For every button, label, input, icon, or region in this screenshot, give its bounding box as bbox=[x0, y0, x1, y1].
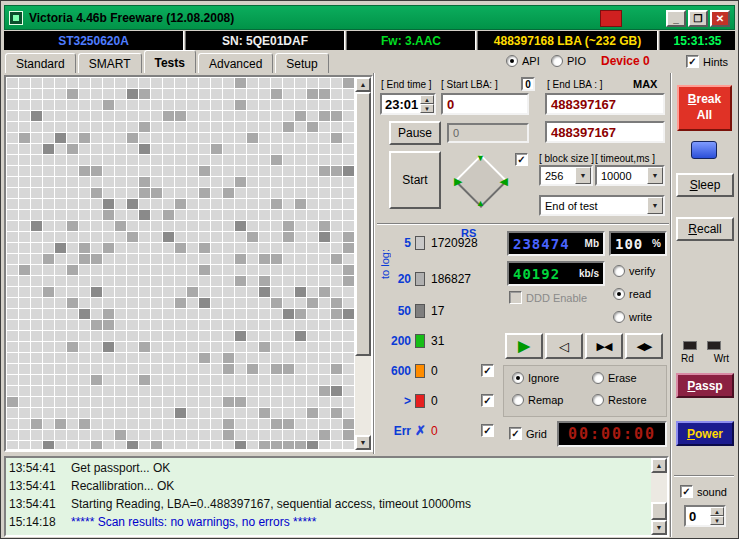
tab-tests[interactable]: Tests bbox=[144, 50, 196, 73]
spin-up-icon[interactable]: ▲ bbox=[420, 95, 434, 104]
scan-block bbox=[127, 309, 138, 319]
end-lba-input[interactable]: 488397167 bbox=[545, 93, 665, 115]
scroll-thumb[interactable] bbox=[355, 92, 371, 356]
scan-block bbox=[235, 419, 246, 429]
scroll-down-button[interactable]: ▼ bbox=[355, 435, 371, 450]
restore-radio[interactable] bbox=[592, 394, 604, 406]
end-of-test-select[interactable]: End of test ▼ bbox=[539, 195, 665, 216]
jog-left-arrow-icon[interactable]: ▶ bbox=[454, 176, 462, 187]
scroll-up-button[interactable]: ▲ bbox=[651, 458, 667, 473]
rewind-button[interactable]: ◁ bbox=[545, 333, 583, 359]
dropdown-arrow-icon[interactable]: ▼ bbox=[647, 167, 663, 184]
remap-option[interactable]: Remap bbox=[512, 394, 563, 406]
jog-control[interactable]: ▶ ◀ ▼ ▲ bbox=[449, 149, 513, 213]
end-time-value[interactable]: 23:01 bbox=[382, 95, 420, 113]
tab-standard[interactable]: Standard bbox=[5, 53, 76, 73]
write-option[interactable]: write bbox=[613, 311, 652, 323]
minimize-button[interactable]: _ bbox=[666, 10, 686, 27]
start-button[interactable]: Start bbox=[389, 151, 441, 209]
api-radio[interactable] bbox=[506, 55, 518, 67]
ignore-radio[interactable] bbox=[512, 372, 524, 384]
jog-down-arrow-icon[interactable]: ▲ bbox=[476, 199, 485, 208]
scan-block bbox=[103, 243, 114, 253]
break-all-button[interactable]: Break All bbox=[677, 85, 732, 131]
start-lba-input[interactable]: 0 bbox=[441, 93, 529, 115]
power-button[interactable]: Power bbox=[676, 421, 734, 446]
title-bar[interactable]: Victoria 4.46b Freeware (12.08.2008) _ ❐… bbox=[4, 5, 735, 30]
play-button[interactable]: ▶ bbox=[505, 333, 543, 359]
rw-led-indicators bbox=[683, 341, 721, 350]
scroll-track[interactable] bbox=[651, 473, 667, 520]
sound-level-value[interactable]: 0 bbox=[686, 507, 710, 525]
scan-block bbox=[7, 386, 18, 396]
sound-option[interactable]: sound bbox=[680, 485, 727, 498]
end-of-test-value: End of test bbox=[541, 200, 647, 212]
pause-button[interactable]: Pause bbox=[389, 121, 441, 145]
log-scrollbar[interactable]: ▲ ▼ bbox=[651, 458, 667, 535]
api-mode-option[interactable]: API bbox=[506, 55, 540, 67]
scan-block bbox=[139, 331, 150, 341]
block-size-select[interactable]: 256 ▼ bbox=[539, 165, 593, 186]
end-time-spinner[interactable]: 23:01 ▲ ▼ bbox=[380, 93, 436, 115]
scan-block bbox=[331, 155, 342, 165]
scan-block bbox=[223, 353, 234, 363]
ignore-option[interactable]: Ignore bbox=[512, 372, 559, 384]
erase-option[interactable]: Erase bbox=[592, 372, 637, 384]
jog-up-arrow-icon[interactable]: ▼ bbox=[476, 154, 485, 163]
scan-block bbox=[7, 364, 18, 374]
timeout-select[interactable]: 10000 ▼ bbox=[595, 165, 665, 186]
scroll-track[interactable] bbox=[355, 92, 371, 435]
passport-button[interactable]: Passp bbox=[676, 373, 734, 398]
scroll-down-button[interactable]: ▼ bbox=[651, 520, 667, 535]
read-radio[interactable] bbox=[613, 288, 625, 300]
ddd-enable-checkbox[interactable] bbox=[509, 291, 522, 304]
grid-option[interactable]: Grid bbox=[509, 427, 547, 440]
scan-block bbox=[259, 133, 270, 143]
sound-checkbox[interactable] bbox=[680, 485, 693, 498]
spin-down-icon[interactable]: ▼ bbox=[710, 516, 724, 525]
scan-block bbox=[247, 375, 258, 385]
dropdown-arrow-icon[interactable]: ▼ bbox=[647, 197, 663, 214]
close-button[interactable]: ✕ bbox=[710, 10, 730, 27]
maximize-button[interactable]: ❐ bbox=[688, 10, 708, 27]
scan-block bbox=[283, 364, 294, 374]
jog-right-arrow-icon[interactable]: ◀ bbox=[500, 176, 508, 187]
scan-block bbox=[163, 254, 174, 264]
scan-block bbox=[223, 386, 234, 396]
tab-advanced[interactable]: Advanced bbox=[198, 53, 273, 73]
sound-level-spinner[interactable]: 0 ▲ ▼ bbox=[684, 505, 726, 527]
seek-forward-button[interactable]: ▶◀ bbox=[585, 333, 623, 359]
hints-checkbox[interactable] bbox=[686, 55, 699, 68]
seek-back-button[interactable]: ◀▶ bbox=[625, 333, 663, 359]
write-radio[interactable] bbox=[613, 311, 625, 323]
grid-checkbox[interactable] bbox=[509, 427, 522, 440]
scan-scrollbar[interactable]: ▲ ▼ bbox=[355, 77, 371, 450]
spin-down-icon[interactable]: ▼ bbox=[420, 104, 434, 113]
read-option[interactable]: read bbox=[613, 288, 651, 300]
scroll-thumb[interactable] bbox=[651, 502, 667, 520]
verify-option[interactable]: verify bbox=[613, 265, 655, 277]
max-lba-tag[interactable]: MAX bbox=[633, 78, 657, 90]
pio-mode-option[interactable]: PIO bbox=[551, 55, 586, 67]
ddd-enable-option[interactable]: DDD Enable bbox=[509, 291, 587, 304]
current-lba-field[interactable]: 488397167 bbox=[545, 121, 665, 143]
pio-radio[interactable] bbox=[551, 55, 563, 67]
scroll-up-button[interactable]: ▲ bbox=[355, 77, 371, 92]
sleep-button[interactable]: Sleep bbox=[676, 173, 734, 197]
hints-option[interactable]: Hints bbox=[686, 55, 728, 68]
scan-block bbox=[151, 166, 162, 176]
dropdown-arrow-icon[interactable]: ▼ bbox=[575, 167, 591, 184]
tab-smart[interactable]: SMART bbox=[78, 53, 142, 73]
recall-button[interactable]: Recall bbox=[676, 217, 734, 241]
restore-option[interactable]: Restore bbox=[592, 394, 647, 406]
spin-up-icon[interactable]: ▲ bbox=[710, 507, 724, 516]
tab-setup[interactable]: Setup bbox=[275, 53, 328, 73]
verify-radio[interactable] bbox=[613, 265, 625, 277]
loop-checkbox[interactable] bbox=[515, 153, 528, 166]
titlebar-indicator[interactable] bbox=[600, 10, 622, 27]
counter-log-checkbox[interactable] bbox=[481, 424, 494, 437]
counter-log-checkbox[interactable] bbox=[481, 394, 494, 407]
remap-radio[interactable] bbox=[512, 394, 524, 406]
counter-log-checkbox[interactable] bbox=[481, 364, 494, 377]
erase-radio[interactable] bbox=[592, 372, 604, 384]
